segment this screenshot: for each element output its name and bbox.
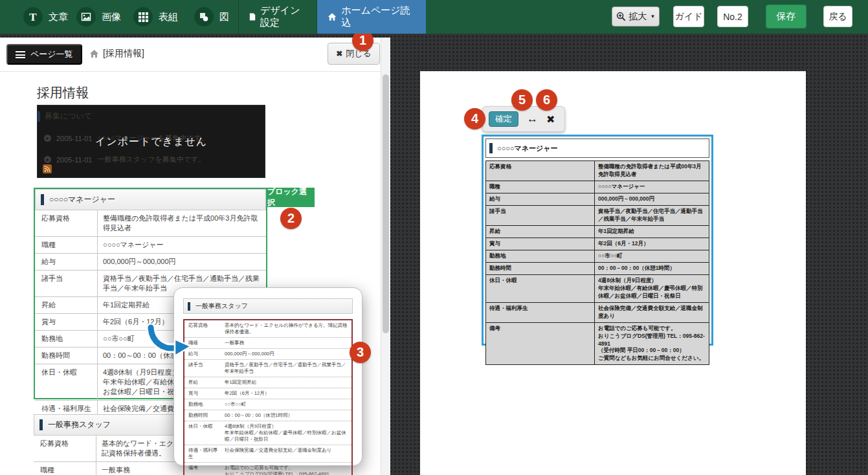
image-icon <box>76 7 96 27</box>
tab-homepage-import[interactable]: ホームページ読込 <box>317 0 426 34</box>
row-label: 休日・休暇 <box>35 364 98 400</box>
row-value: ○○○○マネージャー <box>98 237 266 253</box>
delete-icon[interactable]: ✖ <box>546 113 555 126</box>
row-value: 000,000円～000,000円 <box>98 254 266 270</box>
news-header-text: 募集について <box>45 111 92 122</box>
row-label: 備考 <box>486 323 595 364</box>
zoom-dropdown-button[interactable]: 拡大 ▼ <box>612 6 660 27</box>
row-label: 勤務時間 <box>486 263 595 274</box>
page-number-button[interactable]: No.2 <box>717 6 748 27</box>
step-badge-3: 3 <box>350 342 371 363</box>
table-row: 応募資格整備職種の免許取得者または平成00年3月免許取得見込者 <box>35 210 266 237</box>
insert-figure-button[interactable]: 図 <box>194 0 229 34</box>
popup-table-title: 一般事務スタッフ <box>183 298 353 314</box>
table-row: 諸手当資格手当／夜勤手当／住宅手当／通勤手当／残業手当／年末年始手当 <box>184 360 351 377</box>
step-badge-5: 5 <box>511 89 533 111</box>
row-value: 年1回定期昇給 <box>595 226 709 237</box>
panel-header: ページ一覧 [採用情報] ✖ 閉じる <box>0 38 381 72</box>
step-badge-6: 6 <box>536 89 557 111</box>
back-button[interactable]: 戻る <box>823 6 852 27</box>
row-label: 諸手当 <box>486 206 595 225</box>
tab-design-settings[interactable]: デザイン設定 <box>238 0 317 34</box>
block-select-tag[interactable]: ブロック選択 <box>267 188 315 207</box>
panel-scrollbar[interactable] <box>381 38 390 475</box>
news-date: 2005-11-01 <box>56 156 92 164</box>
row-label: 待遇・福利厚生 <box>486 303 595 322</box>
insert-text-label: 文章 <box>49 11 68 23</box>
file-icon <box>249 12 256 22</box>
row-label: 昇給 <box>184 377 221 388</box>
row-value: 整備職種の免許取得者または平成00年3月免許取得見込者 <box>595 161 709 181</box>
row-label: 勤務時間 <box>35 348 98 364</box>
breadcrumb-text: [採用情報] <box>103 48 144 60</box>
table-row: 職種○○○○マネージャー <box>35 237 266 254</box>
row-label: 勤務地 <box>184 399 221 410</box>
row-value: 年1回定期昇給 <box>221 377 351 388</box>
news-text: 一般事務スタッフを募集中です。 <box>97 155 205 164</box>
breadcrumb: [採用情報] <box>89 48 144 60</box>
table-row: 給与000,000円～000,000円 <box>35 254 266 271</box>
accent-bar <box>39 419 43 430</box>
step-badge-4: 4 <box>464 108 485 129</box>
row-value: 4週8休制（月9日程度） 年末年始休暇／有給休暇／慶弔休暇／特別休暇／お盆休暇／… <box>595 275 709 302</box>
row-value: 社会保険完備／交通費全額支給／退職金制度あり <box>221 445 351 462</box>
row-value: 年2回（6月・12月） <box>221 388 351 399</box>
save-button[interactable]: 保存 <box>766 5 807 28</box>
accent-bar <box>188 302 190 311</box>
confirm-button[interactable]: 確定 <box>489 111 518 127</box>
news-items: ▸2005-11-01○○○○マネージャーを募集中です。▸2005-11-01一… <box>44 127 258 170</box>
homepage-preview-page: 確定 ↔ ✖ ○○○○マネージャー 応募資格整備職種の免許取得者または平成00年… <box>420 71 806 475</box>
accent-bar <box>38 111 40 122</box>
move-horizontal-icon[interactable]: ↔ <box>527 113 538 126</box>
import-source-panel: ページ一覧 [採用情報] ✖ 閉じる 採用情報 募集について ▸2005-11-… <box>0 38 381 475</box>
row-label: 待遇・福利厚生 <box>184 445 221 462</box>
table-row: 昇給年1回定期昇給 <box>486 226 709 238</box>
row-label: 昇給 <box>486 226 595 237</box>
zoom-label: 拡大 <box>629 11 647 23</box>
row-label: 勤務地 <box>35 331 98 347</box>
preview-table-title-text: ○○○○マネージャー <box>497 144 558 153</box>
app-screen: 確定 ↔ ✖ ○○○○マネージャー 応募資格整備職種の免許取得者または平成00年… <box>0 0 868 475</box>
page-title: 採用情報 <box>37 84 89 102</box>
table-row: 給与000,000円～000,000円 <box>184 349 351 360</box>
table-row: 給与000,000円－000,000円 <box>486 193 709 206</box>
scrollbar-thumb[interactable] <box>383 74 389 333</box>
table-icon <box>133 7 153 27</box>
page-number-label: No.2 <box>723 12 742 22</box>
accent-bar <box>489 143 493 153</box>
row-value: ○○市○○町 <box>221 399 351 410</box>
row-value: 00：00－00：00（休憩1時間） <box>595 263 709 274</box>
table-row: 職種一般事務 <box>184 338 351 349</box>
table-row: 諸手当資格手当／夜勤手当／住宅手当／通勤手当／残業手当／年末年始手当 <box>486 206 709 226</box>
row-label: 昇給 <box>35 297 98 313</box>
insert-image-button[interactable]: 画像 <box>76 0 121 34</box>
hamburger-icon <box>16 51 25 58</box>
caret-down-icon: ▼ <box>651 14 656 19</box>
guide-label: ガイド <box>675 11 703 23</box>
table-row: 応募資格整備職種の免許取得者または平成00年3月免許取得見込者 <box>486 161 709 181</box>
insert-table-button[interactable]: 表組 <box>133 0 178 34</box>
row-value: 資格手当／夜勤手当／住宅手当／通勤手当／残業手当／年末年始手当 <box>221 360 351 377</box>
table-row: 休日・休暇4週8休制（月9日程度） 年末年始休暇／有給休暇／慶弔休暇／特別休暇／… <box>184 421 351 445</box>
table-row: 休日・休暇4週8休制（月9日程度） 年末年始休暇／有給休暇／慶弔休暇／特別休暇／… <box>486 275 709 303</box>
news-block-header: 募集について <box>38 111 92 122</box>
bullet-icon: ▸ <box>44 156 51 163</box>
table-row: 応募資格基本的なワード・エクセルの操作ができる方。簿記資格保持者優遇。 <box>184 320 351 338</box>
row-value: お電話でのご応募も可能です。 おりこうブログDS(管理用) TEL：095-86… <box>595 323 709 364</box>
insert-image-label: 画像 <box>102 11 121 23</box>
table-row: 勤務地○○市○○町 <box>184 399 351 410</box>
row-value: 資格手当／夜勤手当／住宅手当／通勤手当／残業手当／年末年始手当 <box>595 206 709 225</box>
guide-button[interactable]: ガイド <box>673 6 704 27</box>
table-row: 昇給年1回定期昇給 <box>184 377 351 388</box>
row-value: 一般事務 <box>221 338 351 348</box>
selected-block-preview[interactable]: ○○○○マネージャー 応募資格整備職種の免許取得者または平成00年3月免許取得見… <box>482 135 713 346</box>
text-icon: T <box>23 7 43 27</box>
row-value: お電話でのご応募も可能です。 おりこうブログDS(管理用) TEL：095-86… <box>221 463 351 475</box>
row-label: 給与 <box>35 254 98 270</box>
news-item: ▸2005-11-01一般事務スタッフを募集中です。 <box>44 149 258 170</box>
table-row: 勤務地○○市○○町 <box>486 250 709 263</box>
close-icon: ✖ <box>336 49 342 58</box>
insert-text-button[interactable]: T 文章 <box>23 0 68 34</box>
row-label: 諸手当 <box>35 271 98 296</box>
page-list-button[interactable]: ページ一覧 <box>6 44 82 65</box>
